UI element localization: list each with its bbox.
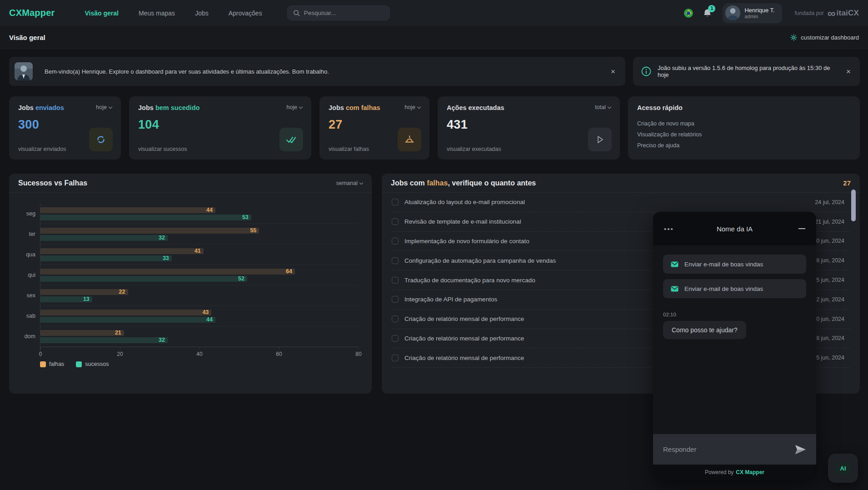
bar-value: 33 xyxy=(163,255,169,261)
stat-value: 104 xyxy=(138,118,302,132)
bar-group: qua4133 xyxy=(40,245,358,265)
visualizar-executadas-link[interactable]: visualizar executadas xyxy=(447,146,501,152)
bar-value: 44 xyxy=(206,317,213,323)
visualizar-enviados-link[interactable]: visualizar enviados xyxy=(18,146,66,152)
stat-value: 431 xyxy=(447,118,611,132)
toast-close-icon[interactable]: × xyxy=(846,68,851,75)
legend-swatch xyxy=(40,361,46,367)
chat-reply-input[interactable] xyxy=(663,445,794,453)
stat-card-sucessos: Jobs bem sucedido hoje 104 visualizar su… xyxy=(129,96,311,160)
job-row: Atualização do layout do e-mail promocio… xyxy=(392,193,850,212)
notification-badge: 1 xyxy=(708,5,715,12)
bar-group: ter5532 xyxy=(40,224,358,245)
job-label: Integração de API de pagamentos xyxy=(404,296,497,303)
search-input[interactable] xyxy=(304,10,384,16)
job-checkbox[interactable] xyxy=(392,355,399,361)
bar-falhas: 55 xyxy=(40,228,259,234)
sync-icon xyxy=(89,128,113,151)
chat-header: ••• Nome da IA xyxy=(653,212,816,245)
job-label: Revisão de template de e-mail institucio… xyxy=(404,218,521,225)
siren-icon xyxy=(398,128,421,151)
stat-title: Jobs xyxy=(329,104,344,111)
chat-title: Nome da IA xyxy=(653,225,816,233)
job-checkbox[interactable] xyxy=(392,277,399,284)
stat-title: Jobs xyxy=(138,104,154,111)
brazil-flag-icon[interactable] xyxy=(684,9,693,18)
job-checkbox[interactable] xyxy=(392,238,399,245)
job-checkbox[interactable] xyxy=(392,335,399,342)
job-label: Criação de relatório mensal de performan… xyxy=(404,355,524,361)
chat-quick-actions: Enviar e-mail de boas vindasEnviar e-mai… xyxy=(663,255,806,298)
quick-access-link[interactable]: Criação de novo mapa xyxy=(637,120,851,127)
job-label: Criação de relatório mensal de performan… xyxy=(404,335,524,342)
main-nav: Visão geral Meus mapas Jobs Aprovações xyxy=(85,10,262,17)
period-selector[interactable]: hoje xyxy=(286,104,302,110)
visualizar-sucessos-link[interactable]: visualizar sucessos xyxy=(138,146,187,152)
brand-logo: CXMapper xyxy=(9,8,55,18)
bar-sucessos: 32 xyxy=(40,235,168,241)
funded-by: fundada por ∞ itaiCX xyxy=(795,9,859,18)
bar-group: dom2132 xyxy=(40,326,358,347)
search-box[interactable] xyxy=(287,5,390,20)
y-axis-label: sab xyxy=(15,306,35,326)
bar-value: 44 xyxy=(206,207,213,213)
chat-quick-action-button[interactable]: Enviar e-mail de boas vindas xyxy=(663,255,806,274)
job-checkbox[interactable] xyxy=(392,315,399,322)
period-selector[interactable]: hoje xyxy=(404,104,420,110)
chat-message-bubble: Como posso te ajudar? xyxy=(663,321,746,339)
minimize-icon[interactable] xyxy=(798,228,805,229)
bar-group: seg4453 xyxy=(40,204,358,224)
bar-value: 52 xyxy=(238,276,244,282)
legend-item-sucessos[interactable]: sucessos xyxy=(76,361,109,367)
paper-plane-icon[interactable] xyxy=(794,445,806,455)
chart-period-selector[interactable]: semanal xyxy=(336,180,363,186)
chat-quick-action-button[interactable]: Enviar e-mail de boas vindas xyxy=(663,279,806,298)
legend-item-falhas[interactable]: falhas xyxy=(40,361,64,367)
powered-by-brand-link[interactable]: CX Mapper xyxy=(736,469,764,475)
envelope-icon xyxy=(671,286,678,292)
bar-sucessos: 53 xyxy=(40,215,251,220)
bar-value: 32 xyxy=(159,337,165,343)
user-menu[interactable]: Henrique T. admin xyxy=(723,3,782,23)
welcome-text: Bem-vindo(a) Henrique. Explore o dashboa… xyxy=(45,68,329,75)
y-axis-label: dom xyxy=(15,326,35,347)
job-label: Atualização do layout do e-mail promocio… xyxy=(404,199,525,205)
nav-item-meus-mapas[interactable]: Meus mapas xyxy=(139,10,175,17)
infinity-icon: ∞ xyxy=(828,9,836,18)
visualizar-falhas-link[interactable]: visualizar falhas xyxy=(329,146,369,152)
nav-item-aprovacoes[interactable]: Aprovações xyxy=(229,10,262,17)
y-axis-label: ter xyxy=(15,224,35,245)
bar-value: 53 xyxy=(242,215,249,220)
job-checkbox[interactable] xyxy=(392,199,399,205)
quick-access-link[interactable]: Preciso de ajuda xyxy=(637,142,851,149)
job-checkbox[interactable] xyxy=(392,296,399,303)
stat-card-acoes: Ações executadas total 431 visualizar ex… xyxy=(438,96,620,160)
stat-card-falhas: Jobs com falhas hoje 27 visualizar falha… xyxy=(319,96,429,160)
nav-item-visao-geral[interactable]: Visão geral xyxy=(85,10,119,17)
notifications-button[interactable]: 1 xyxy=(703,9,712,18)
quick-access-link[interactable]: Visualização de relatórios xyxy=(637,131,851,138)
job-date: 30 jun, 2024 xyxy=(813,238,844,244)
customize-dashboard-button[interactable]: customizar dashboard xyxy=(790,34,859,41)
job-checkbox[interactable] xyxy=(392,257,399,264)
chat-quick-action-label: Enviar e-mail de boas vindas xyxy=(684,261,763,268)
welcome-close-icon[interactable]: × xyxy=(611,68,615,75)
toast-text: João subiu a versão 1.5.6 de homolog par… xyxy=(658,65,840,78)
bar-value: 21 xyxy=(115,330,121,336)
nav-item-jobs[interactable]: Jobs xyxy=(195,10,209,17)
job-date: 28 jun, 2024 xyxy=(813,257,844,264)
bar-falhas: 21 xyxy=(40,330,124,336)
user-name: Henrique T. xyxy=(744,7,774,14)
bar-value: 32 xyxy=(159,235,165,241)
stat-title: Ações executadas xyxy=(447,104,504,111)
period-selector[interactable]: hoje xyxy=(96,104,112,110)
job-checkbox[interactable] xyxy=(392,218,399,225)
list-scrollbar-thumb[interactable] xyxy=(851,190,856,221)
ai-launcher-button[interactable]: AI xyxy=(828,454,858,483)
job-date: 20 jun, 2024 xyxy=(813,316,844,322)
quick-access-card: Acesso rápido Criação de novo mapaVisual… xyxy=(628,96,860,160)
chart-panel: Sucessos vs Falhas semanal seg4453ter553… xyxy=(9,174,372,394)
chart-title: Sucessos vs Falhas xyxy=(18,179,87,187)
period-selector[interactable]: total xyxy=(595,104,611,110)
envelope-icon xyxy=(671,261,678,267)
